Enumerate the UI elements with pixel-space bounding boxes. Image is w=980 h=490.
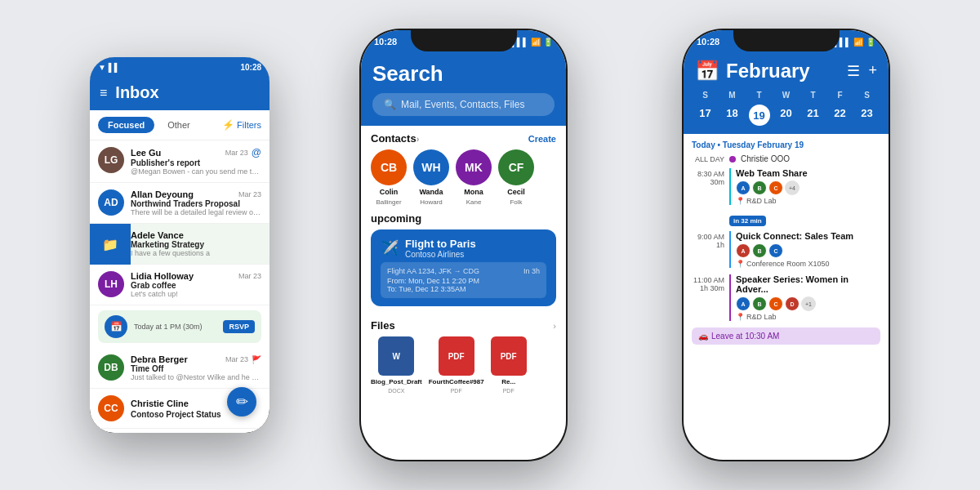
phone-center: 10:28 ▌▌▌ 📶 🔋 Search 🔍 Mail, Events, Con… [359, 29, 568, 461]
calendar-dates: 17 18 19 20 21 22 23 [692, 105, 880, 126]
event-avatars-qc: A B C [736, 243, 880, 258]
date-23[interactable]: 23 [853, 105, 880, 126]
calendar-actions: ☰ + [847, 62, 877, 80]
email-item-allan[interactable]: AD Allan Deyoung Mar 23 Northwind Trader… [90, 183, 270, 224]
email-content-lidia: Lidia Holloway Mar 23 Grab coffee Let's … [131, 271, 261, 298]
signal-icons: ▼ ▌▌ [98, 63, 120, 72]
preview-adele: I have a few questions a [131, 249, 261, 257]
flight-title: Flight to Paris [405, 238, 476, 250]
email-item-debra[interactable]: DB Debra Berger Mar 23 🚩 Time Off Just t… [90, 348, 270, 389]
pdf-icon-1: PDF [439, 336, 474, 376]
contact-wanda[interactable]: WH Wanda Howard [413, 149, 449, 206]
event-content-web-team: Web Team Share A B C +4 📍 R&D Lab [729, 168, 880, 205]
rsvp-button[interactable]: RSVP [223, 320, 255, 333]
month-title: February [726, 60, 810, 82]
list-view-icon[interactable]: ☰ [847, 62, 860, 80]
event-speaker-series[interactable]: 11:00 AM 1h 30m Speaker Series: Women in… [692, 274, 880, 321]
event-avatars-ss: A B C D +1 [736, 296, 880, 311]
files-chevron[interactable]: › [553, 321, 556, 331]
flight-number-row: Flight AA 1234, JFK → CDG In 3h [387, 267, 540, 275]
location-icon-wt: 📍 [736, 197, 745, 205]
event-content-speaker: Speaker Series: Women in Adver... A B C … [729, 274, 880, 321]
avatar-christie: CC [98, 395, 124, 421]
focused-tab[interactable]: Focused [98, 117, 154, 133]
location-quick-connect: 📍 Conference Room X1050 [736, 260, 880, 268]
email-item-lidia[interactable]: LH Lidia Holloway Mar 23 Grab coffee Let… [90, 265, 270, 305]
event-icon: 📅 [105, 315, 127, 338]
avatar-cecil: CF [498, 149, 534, 185]
contacts-chevron[interactable]: › [416, 134, 420, 144]
scene: ▼ ▌▌ 10:28 ≡ Inbox Focused Other ⚡ Filte… [41, 12, 939, 478]
other-tab[interactable]: Other [161, 117, 197, 133]
phone-left: ▼ ▌▌ 10:28 ≡ Inbox Focused Other ⚡ Filte… [90, 57, 270, 433]
date-21[interactable]: 21 [800, 105, 826, 126]
sender-lee: Lee Gu [131, 148, 161, 158]
files-header: Files › [371, 319, 556, 332]
avatar-colin: CB [371, 149, 407, 185]
search-bar[interactable]: 🔍 Mail, Events, Contacts, Files [372, 93, 555, 116]
file-word-type: DOCX [388, 388, 404, 394]
avatar-lee: LG [98, 147, 124, 173]
date-debra: Mar 23 [225, 355, 248, 363]
file-word-name: Blog_Post_Draft [371, 378, 422, 385]
date-20[interactable]: 20 [773, 105, 800, 126]
avatar-allan: AD [98, 189, 124, 216]
date-17[interactable]: 17 [692, 105, 719, 126]
contacts-row: CB Colin Ballinger WH Wanda Howard MK Mo… [361, 149, 566, 212]
preview-lee: @Megan Bowen - can you send me the lates… [131, 167, 261, 176]
date-22[interactable]: 22 [826, 105, 853, 126]
surname-cecil: Folk [510, 198, 522, 206]
location-icon-qc: 📍 [736, 260, 745, 268]
file-pdf1-name: FourthCoffee#987 [429, 378, 484, 385]
file-word[interactable]: W Blog_Post_Draft DOCX [371, 336, 422, 394]
plus-badge-ss: +1 [801, 296, 816, 311]
add-event-icon[interactable]: + [868, 62, 877, 80]
compose-fab[interactable]: ✏ [227, 387, 256, 416]
flight-from: From: Mon, Dec 11 2:20 PM [387, 277, 540, 285]
center-status-icons: ▌▌▌ 📶 🔋 [511, 38, 553, 47]
allday-event: ALL DAY Christie OOO [692, 154, 880, 163]
event-quick-connect[interactable]: 9:00 AM 1h Quick Connect: Sales Team A B… [692, 231, 880, 268]
file-pdf1[interactable]: PDF FourthCoffee#987 PDF [429, 336, 484, 394]
create-button[interactable]: Create [528, 134, 556, 144]
calendar-title: 📅 February [695, 60, 810, 82]
filters-label: Filters [237, 120, 261, 130]
plus-badge-wt: +4 [785, 180, 800, 195]
filters-button[interactable]: ⚡ Filters [222, 119, 261, 131]
avatar-ss1: A [736, 296, 751, 311]
upcoming-title: upcoming [371, 212, 556, 225]
contact-cecil[interactable]: CF Cecil Folk [498, 149, 534, 206]
filter-bar: Focused Other ⚡ Filters [90, 110, 270, 140]
contact-colin[interactable]: CB Colin Ballinger [371, 149, 407, 206]
event-title-speaker: Speaker Series: Women in Adver... [736, 274, 880, 294]
subject-debra: Time Off [131, 364, 261, 373]
flight-card[interactable]: ✈️ Flight to Paris Contoso Airlines Flig… [371, 229, 556, 306]
avatar-ss2: B [752, 296, 767, 311]
event-time: Today at 1 PM (30m) [134, 323, 203, 331]
email-swipe-container: 📁 AV Adele Vance Marketing Strategy I ha… [90, 224, 270, 265]
flight-info: Flight to Paris Contoso Airlines [405, 238, 476, 259]
email-content-adele: Adele Vance Marketing Strategy I have a … [131, 230, 261, 257]
email-item-lee[interactable]: LG Lee Gu Mar 23 @ Publisher's report @M… [90, 140, 270, 183]
date-lidia: Mar 23 [238, 272, 261, 280]
wifi-icon: 📶 [531, 38, 541, 47]
file-pdf2-type: PDF [503, 388, 514, 394]
calendar-grid: S M T W T F S 17 18 19 20 21 22 23 [684, 91, 889, 134]
date-19-today[interactable]: 19 [749, 105, 770, 126]
event-web-team[interactable]: 8:30 AM 30m Web Team Share A B C +4 📍 [692, 168, 880, 205]
search-title: Search [372, 61, 555, 87]
hamburger-icon[interactable]: ≡ [100, 86, 107, 100]
file-pdf2[interactable]: PDF Re... PDF [491, 336, 527, 394]
email-meta-debra: Debra Berger Mar 23 🚩 [131, 354, 261, 364]
location-web-team: 📍 R&D Lab [736, 197, 880, 205]
search-icon: 🔍 [384, 99, 396, 110]
phone-right: 10:28 ▌▌▌ 📶 🔋 📅 February ☰ + [682, 29, 890, 461]
calendar-event-item[interactable]: 📅 Today at 1 PM (30m) RSVP [98, 310, 261, 343]
avatar-qc3: C [768, 243, 783, 258]
archive-icon: 📁 [102, 237, 118, 252]
contact-mona[interactable]: MK Mona Kane [456, 149, 492, 206]
flight-airline: Contoso Airlines [405, 250, 476, 259]
search-screen: 10:28 ▌▌▌ 📶 🔋 Search 🔍 Mail, Events, Con… [361, 30, 566, 460]
avatar-ss3: C [768, 296, 783, 311]
date-18[interactable]: 18 [719, 105, 746, 126]
